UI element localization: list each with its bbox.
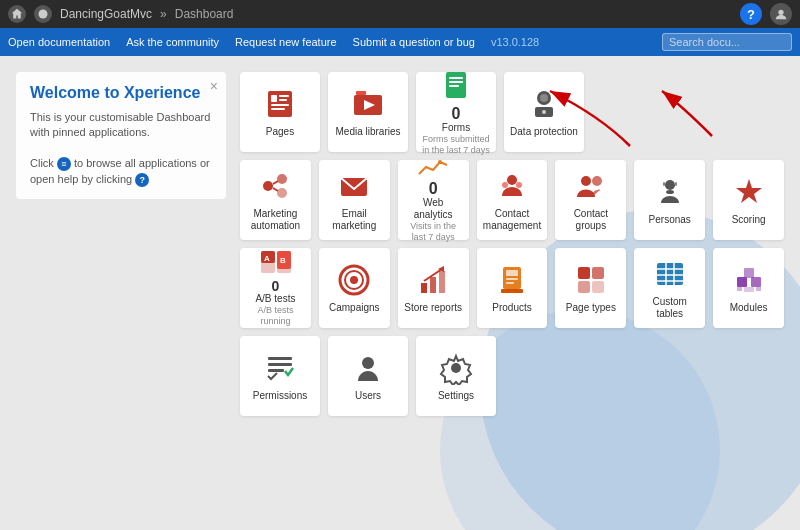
tile-media-libraries[interactable]: Media libraries [328, 72, 408, 152]
tile-email-marketing[interactable]: Email marketing [319, 160, 390, 240]
modules-icon [731, 262, 767, 298]
help-icon[interactable]: ? [740, 3, 762, 25]
tile-personas[interactable]: Personas [634, 160, 705, 240]
tile-products[interactable]: Products [477, 248, 548, 328]
request-feature-link[interactable]: Request new feature [235, 36, 337, 48]
version-label: v13.0.128 [491, 36, 539, 48]
forms-count: 0 [452, 106, 461, 122]
svg-point-20 [542, 110, 546, 114]
welcome-close-button[interactable]: × [210, 78, 218, 94]
tile-custom-tables[interactable]: Custom tables [634, 248, 705, 328]
svg-rect-9 [271, 108, 285, 110]
breadcrumb: Dashboard [175, 7, 234, 21]
svg-point-74 [451, 363, 461, 373]
data-protection-icon [526, 86, 562, 122]
modules-label: Modules [730, 302, 768, 314]
tile-ab-tests[interactable]: AB 0 A/B tests A/B tests running [240, 248, 311, 328]
svg-rect-47 [421, 283, 427, 293]
svg-rect-49 [439, 271, 445, 293]
tile-row-1: Pages Media libraries 0 Forms Forms subm… [240, 72, 784, 152]
svg-text:B: B [280, 256, 286, 265]
sub-nav: Open documentation Ask the community Req… [0, 28, 800, 56]
svg-rect-67 [751, 277, 761, 287]
welcome-panel: × Welcome to Xperience This is your cust… [16, 72, 226, 199]
svg-rect-59 [592, 281, 604, 293]
svg-rect-69 [744, 287, 754, 292]
tile-settings[interactable]: Settings [416, 336, 496, 416]
campaigns-label: Campaigns [329, 302, 380, 314]
svg-rect-54 [506, 282, 514, 284]
ab-tests-icon: AB [257, 249, 293, 275]
custom-tables-label: Custom tables [640, 296, 699, 320]
settings-icon [438, 350, 474, 386]
tile-contact-groups[interactable]: Contact groups [555, 160, 626, 240]
contact-mgmt-icon [494, 168, 530, 204]
svg-point-23 [277, 188, 287, 198]
svg-rect-15 [449, 81, 463, 83]
app-icon[interactable] [34, 5, 52, 23]
svg-point-33 [665, 180, 675, 190]
ask-community-link[interactable]: Ask the community [126, 36, 219, 48]
ab-tests-count: 0 [272, 279, 280, 293]
campaigns-icon [336, 262, 372, 298]
tile-contact-management[interactable]: Contact management [477, 160, 548, 240]
tile-marketing-automation[interactable]: Marketing automation [240, 160, 311, 240]
ab-tests-sublabel: A/B tests running [246, 305, 305, 327]
marketing-auto-icon [257, 168, 293, 204]
email-label: Email marketing [325, 208, 384, 232]
svg-point-21 [263, 181, 273, 191]
user-avatar[interactable] [770, 3, 792, 25]
tile-row-2: Marketing automation Email marketing 0 W… [240, 160, 784, 240]
tile-modules[interactable]: Modules [713, 248, 784, 328]
svg-rect-5 [271, 95, 277, 102]
tile-users[interactable]: Users [328, 336, 408, 416]
svg-point-0 [39, 10, 48, 19]
svg-point-30 [516, 182, 522, 188]
marketing-auto-label: Marketing automation [246, 208, 305, 232]
tile-pages[interactable]: Pages [240, 72, 320, 152]
breadcrumb-separator: » [160, 7, 167, 21]
forms-label: Forms [442, 122, 470, 134]
svg-point-29 [502, 182, 508, 188]
web-analytics-count: 0 [429, 181, 438, 197]
svg-marker-37 [736, 179, 762, 203]
personas-icon [652, 174, 688, 210]
svg-rect-68 [744, 268, 754, 278]
tile-campaigns[interactable]: Campaigns [319, 248, 390, 328]
scoring-icon [731, 174, 767, 210]
tile-store-reports[interactable]: Store reports [398, 248, 469, 328]
svg-line-25 [273, 188, 278, 191]
svg-rect-16 [449, 85, 459, 87]
open-help-icon[interactable]: ? [135, 173, 149, 187]
home-icon[interactable] [8, 5, 26, 23]
email-icon [336, 168, 372, 204]
svg-rect-8 [271, 104, 289, 106]
contact-mgmt-label: Contact management [483, 208, 542, 232]
submit-bug-link[interactable]: Submit a question or bug [353, 36, 475, 48]
tile-permissions[interactable]: Permissions [240, 336, 320, 416]
welcome-title: Welcome to Xperience [30, 84, 212, 102]
open-docs-link[interactable]: Open documentation [8, 36, 110, 48]
products-label: Products [492, 302, 531, 314]
tile-scoring[interactable]: Scoring [713, 160, 784, 240]
media-label: Media libraries [335, 126, 400, 138]
top-bar-right: ? [740, 3, 792, 25]
svg-rect-58 [578, 281, 590, 293]
svg-line-24 [273, 181, 278, 184]
svg-point-32 [592, 176, 602, 186]
svg-point-18 [540, 94, 548, 102]
svg-point-31 [581, 176, 591, 186]
web-analytics-sublabel: Visits in the last 7 days [404, 221, 463, 243]
svg-point-22 [277, 174, 287, 184]
tile-row-4: Permissions Users Settings [240, 336, 784, 416]
tile-forms[interactable]: 0 Forms Forms submitted in the last 7 da… [416, 72, 496, 152]
browse-apps-icon[interactable]: ≡ [57, 157, 71, 171]
svg-point-28 [507, 175, 517, 185]
search-input[interactable] [662, 33, 792, 51]
products-icon [494, 262, 530, 298]
media-icon [350, 86, 386, 122]
tile-data-protection[interactable]: Data protection [504, 72, 584, 152]
pages-label: Pages [266, 126, 294, 138]
tile-web-analytics[interactable]: 0 Web analytics Visits in the last 7 day… [398, 160, 469, 240]
tile-page-types[interactable]: Page types [555, 248, 626, 328]
